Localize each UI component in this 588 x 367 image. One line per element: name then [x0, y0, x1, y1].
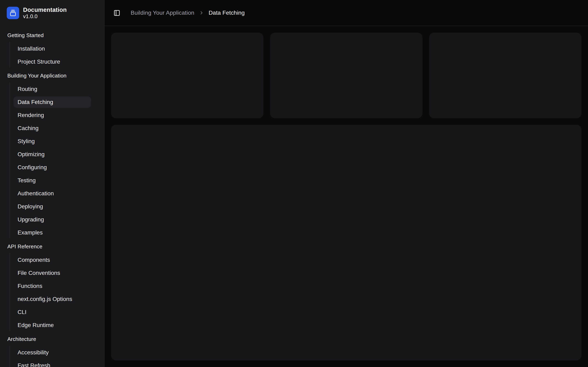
sidebar-item-file-conventions[interactable]: File Conventions — [13, 267, 91, 279]
sidebar-item-cli[interactable]: CLI — [13, 307, 91, 318]
sidebar-item-data-fetching[interactable]: Data Fetching — [13, 96, 91, 108]
sidebar-item-examples[interactable]: Examples — [13, 227, 91, 238]
sidebar-item-authentication[interactable]: Authentication — [13, 188, 91, 199]
sidebar-toggle-button[interactable] — [111, 7, 122, 18]
sidebar-nav: Getting StartedInstallationProject Struc… — [0, 19, 104, 367]
sidebar-group-label-building-your-application: Building Your Application — [0, 69, 104, 82]
sidebar-group-items: InstallationProject Structure — [9, 42, 91, 67]
sidebar-item-functions[interactable]: Functions — [13, 280, 91, 292]
sidebar-group-items: AccessibilityFast Refresh — [9, 346, 91, 367]
sidebar-group-label-api-reference: API Reference — [0, 240, 104, 253]
breadcrumb-parent-link[interactable]: Building Your Application — [131, 9, 194, 16]
sidebar-item-upgrading[interactable]: Upgrading — [13, 214, 91, 225]
sidebar-item-rendering[interactable]: Rendering — [13, 109, 91, 121]
main-header: Building Your Application Data Fetching — [104, 0, 588, 26]
sidebar-item-edge-runtime[interactable]: Edge Runtime — [13, 319, 91, 331]
sidebar-item-caching[interactable]: Caching — [13, 123, 91, 134]
placeholder-card — [429, 33, 581, 118]
sidebar: Documentation v1.0.0 Getting StartedInst… — [0, 0, 104, 367]
placeholder-panel — [111, 125, 581, 360]
breadcrumb-current-page: Data Fetching — [209, 9, 245, 16]
placeholder-card — [270, 33, 423, 118]
sidebar-group-label-getting-started: Getting Started — [0, 29, 104, 42]
sidebar-header[interactable]: Documentation v1.0.0 — [0, 0, 104, 19]
sidebar-item-next-config-js-options[interactable]: next.config.js Options — [13, 293, 91, 305]
panel-left-icon — [113, 9, 120, 16]
placeholder-cards-row — [111, 33, 581, 118]
sidebar-item-testing[interactable]: Testing — [13, 175, 91, 186]
sidebar-item-fast-refresh[interactable]: Fast Refresh — [13, 360, 91, 367]
gallery-vertical-end-icon — [9, 9, 16, 16]
breadcrumb: Building Your Application Data Fetching — [131, 9, 245, 16]
app-title: Documentation — [23, 7, 67, 13]
sidebar-item-accessibility[interactable]: Accessibility — [13, 347, 91, 358]
placeholder-card — [111, 33, 263, 118]
sidebar-item-project-structure[interactable]: Project Structure — [13, 56, 91, 67]
sidebar-group-items: ComponentsFile ConventionsFunctionsnext.… — [9, 253, 91, 331]
main-area: Building Your Application Data Fetching — [104, 0, 588, 367]
sidebar-item-routing[interactable]: Routing — [13, 83, 91, 95]
app-version: v1.0.0 — [23, 13, 67, 20]
sidebar-item-installation[interactable]: Installation — [13, 43, 91, 54]
content — [104, 26, 588, 367]
sidebar-item-styling[interactable]: Styling — [13, 136, 91, 147]
app-titles: Documentation v1.0.0 — [23, 7, 67, 20]
app-logo — [7, 7, 19, 19]
sidebar-item-optimizing[interactable]: Optimizing — [13, 149, 91, 160]
sidebar-item-components[interactable]: Components — [13, 254, 91, 266]
sidebar-group-label-architecture: Architecture — [0, 333, 104, 346]
sidebar-group-items: RoutingData FetchingRenderingCachingStyl… — [9, 82, 91, 238]
sidebar-item-deploying[interactable]: Deploying — [13, 201, 91, 212]
sidebar-item-configuring[interactable]: Configuring — [13, 162, 91, 173]
chevron-right-icon — [199, 10, 204, 16]
